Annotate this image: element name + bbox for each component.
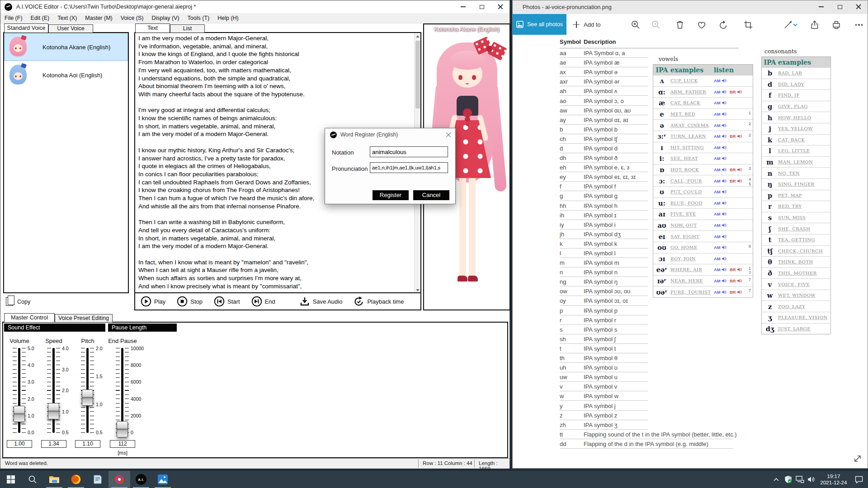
listen-am-link[interactable]: AM xyxy=(714,290,730,295)
fullscreen-resize-icon[interactable] xyxy=(853,454,863,465)
listen-br-link[interactable]: BR xyxy=(730,267,745,272)
listen-am-link[interactable]: AM xyxy=(714,189,730,194)
edit-button[interactable] xyxy=(780,19,800,30)
scroll-up-icon[interactable] xyxy=(415,33,420,39)
voice-item-aoi[interactable]: Kotonoha Aoi (English) xyxy=(4,61,128,89)
listen-am-link[interactable]: AM xyxy=(714,123,730,128)
taskbar-search-button[interactable] xyxy=(22,471,43,488)
add-to-button[interactable]: Add to xyxy=(573,14,601,35)
tray-volume-icon[interactable] xyxy=(806,471,817,488)
tab-list[interactable]: List xyxy=(170,24,205,33)
tray-security-shield-icon[interactable] xyxy=(782,471,794,488)
dialog-titlebar[interactable]: Word Register (English) xyxy=(325,128,455,141)
tab-master-control[interactable]: Master Control xyxy=(4,313,55,322)
listen-am-link[interactable]: AM xyxy=(714,245,730,250)
tab-text[interactable]: Text xyxy=(135,23,170,33)
taskbar-clock[interactable]: 19:17 2021-12-24 xyxy=(817,473,850,486)
more-button[interactable] xyxy=(854,19,864,30)
menu-item[interactable]: Master (M) xyxy=(81,13,116,23)
rotate-button[interactable] xyxy=(718,19,729,30)
taskbar-photos[interactable] xyxy=(152,471,174,488)
listen-am-link[interactable]: AM xyxy=(714,78,730,83)
speed-slider[interactable]: 4.03.02.01.00.5 xyxy=(38,348,75,452)
listen-am-link[interactable]: AM xyxy=(714,100,730,105)
listen-am-link[interactable]: AM xyxy=(714,278,730,283)
speed-value[interactable]: 1.34 xyxy=(41,440,66,448)
taskbar-notepad[interactable] xyxy=(87,471,108,488)
listen-am-link[interactable]: AM xyxy=(714,223,730,228)
cancel-button[interactable]: Cancel xyxy=(413,190,449,200)
menu-item[interactable]: Tools (T) xyxy=(184,13,214,23)
volume-slider-handle[interactable] xyxy=(14,406,25,422)
maximize-button[interactable] xyxy=(830,0,849,13)
tray-network-icon[interactable] xyxy=(794,471,806,488)
play-button[interactable]: Play xyxy=(141,296,165,307)
start-button[interactable] xyxy=(0,471,22,488)
menu-item[interactable]: Voice (S) xyxy=(117,13,148,23)
delete-button[interactable] xyxy=(675,19,685,30)
listen-am-link[interactable]: AM xyxy=(714,178,730,183)
listen-am-link[interactable]: AM xyxy=(714,211,730,216)
listen-am-link[interactable]: AM xyxy=(714,167,730,172)
listen-am-link[interactable]: AM xyxy=(714,256,730,261)
listen-am-link[interactable]: AM xyxy=(714,234,730,239)
close-button[interactable] xyxy=(491,0,509,13)
end-pause-value[interactable]: 112 xyxy=(110,440,135,448)
listen-br-link[interactable]: BR xyxy=(730,89,745,94)
menu-item[interactable]: Display (V) xyxy=(147,13,183,23)
scroll-down-icon[interactable] xyxy=(415,287,420,293)
listen-am-link[interactable]: AM xyxy=(714,89,730,94)
menu-item[interactable]: Text (X) xyxy=(53,13,81,23)
dialog-close-icon[interactable] xyxy=(445,132,452,138)
menu-item[interactable]: Help (H) xyxy=(213,13,243,23)
sound-effect-section-button[interactable]: Sound Effect xyxy=(4,324,105,332)
copy-button[interactable]: Copy xyxy=(6,297,30,306)
listen-br-link[interactable]: BR xyxy=(730,134,745,139)
maximize-button[interactable] xyxy=(472,0,491,13)
menu-item[interactable]: Edit (E) xyxy=(27,13,54,23)
pitch-value[interactable]: 1.10 xyxy=(75,440,100,448)
print-button[interactable] xyxy=(831,19,842,30)
share-button[interactable] xyxy=(809,19,820,30)
scroll-thumb[interactable] xyxy=(415,41,420,108)
taskbar-ai-voice[interactable]: A.I. xyxy=(130,471,152,488)
pause-length-section-button[interactable]: Pause Length xyxy=(108,324,177,332)
close-button[interactable] xyxy=(849,0,868,13)
volume-slider[interactable]: 5.04.03.02.01.00.0 xyxy=(4,348,40,452)
photos-titlebar[interactable]: Photos - ai-voice-pronunciation.png xyxy=(513,0,868,14)
listen-am-link[interactable]: AM xyxy=(714,134,730,139)
ai-voice-titlebar[interactable]: A.I.VOICE Editor - C:\Users\Twin Turbo\D… xyxy=(0,0,509,13)
stop-button[interactable]: Stop xyxy=(177,296,203,307)
pitch-slider-handle[interactable] xyxy=(82,389,93,406)
listen-br-link[interactable]: BR xyxy=(730,278,745,283)
listen-am-link[interactable]: AM xyxy=(714,145,730,150)
zoom-out-button[interactable] xyxy=(651,19,661,30)
volume-value[interactable]: 1.00 xyxy=(7,440,32,448)
pronunciation-field[interactable] xyxy=(370,162,448,173)
crop-button[interactable] xyxy=(743,19,754,30)
favorite-button[interactable] xyxy=(696,19,707,30)
playback-time-button[interactable]: Playback time xyxy=(354,296,404,307)
see-all-photos-button[interactable]: See all photos xyxy=(513,14,566,35)
pitch-slider[interactable]: 2.01.51.00.5 xyxy=(72,348,108,452)
register-button[interactable]: Register xyxy=(373,190,409,200)
minimize-button[interactable] xyxy=(454,0,472,13)
menu-item[interactable]: File (F) xyxy=(0,13,27,23)
zoom-in-button[interactable] xyxy=(630,19,641,30)
listen-am-link[interactable]: AM xyxy=(714,201,730,206)
action-center-icon[interactable] xyxy=(850,471,868,488)
skip-end-button[interactable]: End xyxy=(251,296,275,307)
taskbar-firefox[interactable] xyxy=(65,471,87,488)
save-audio-button[interactable]: Save Audio xyxy=(299,296,343,307)
tab-voice-preset-editing[interactable]: Voice Preset Editing xyxy=(55,314,113,322)
minimize-button[interactable] xyxy=(812,0,830,13)
listen-br-link[interactable]: BR xyxy=(730,290,745,295)
end-pause-slider-handle[interactable] xyxy=(117,421,128,437)
listen-br-link[interactable]: BR xyxy=(730,178,745,183)
notation-field[interactable] xyxy=(370,146,448,157)
voice-item-akane[interactable]: Kotonoha Akane (English) xyxy=(4,33,128,61)
taskbar-file-explorer[interactable] xyxy=(43,471,65,488)
listen-am-link[interactable]: AM xyxy=(714,112,730,117)
listen-am-link[interactable]: AM xyxy=(714,267,730,272)
tray-chevron-up-icon[interactable] xyxy=(770,471,782,488)
